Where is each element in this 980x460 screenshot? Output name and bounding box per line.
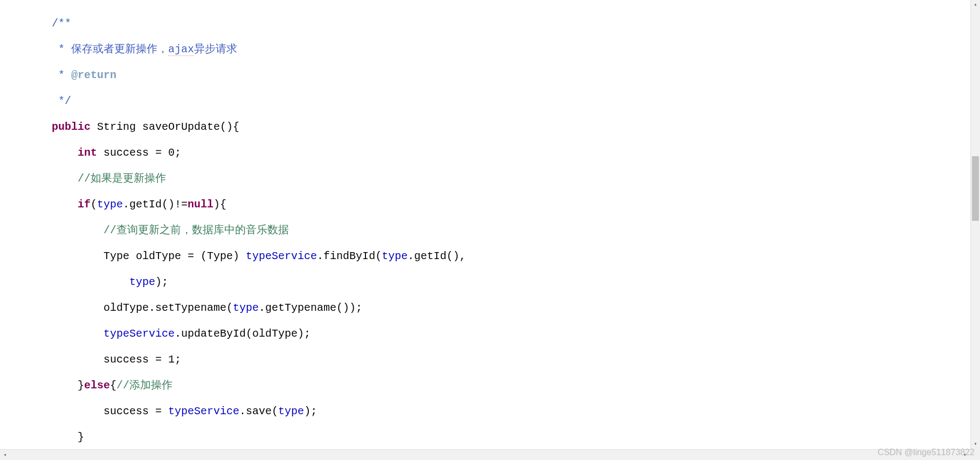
code-line: //如果是更新操作 xyxy=(26,172,970,185)
code-line: public String saveOrUpdate(){ xyxy=(26,121,970,134)
code-line: oldType.setTypename(type.getTypename()); xyxy=(26,302,970,315)
code-line: success = 1; xyxy=(26,353,970,366)
code-line: if(type.getId()!=null){ xyxy=(26,198,970,211)
scrollbar-corner xyxy=(970,449,980,460)
code-line: /** xyxy=(26,17,970,30)
scroll-left-icon[interactable]: ◂ xyxy=(0,450,10,460)
code-line: //查询更新之前，数据库中的音乐数据 xyxy=(26,224,970,237)
code-editor[interactable]: /** * 保存或者更新操作，ajax异步请求 * @return */ pub… xyxy=(0,0,980,460)
code-line: */ xyxy=(26,95,970,108)
code-line: } xyxy=(26,431,970,444)
code-line: typeService.updateById(oldType); xyxy=(26,327,970,340)
scroll-down-icon[interactable]: ▾ xyxy=(971,440,980,449)
code-line: type); xyxy=(26,276,970,289)
code-area[interactable]: /** * 保存或者更新操作，ajax异步请求 * @return */ pub… xyxy=(0,0,970,449)
code-line: }else{//添加操作 xyxy=(26,379,970,392)
code-line: int success = 0; xyxy=(26,147,970,159)
code-line: success = typeService.save(type); xyxy=(26,405,970,418)
code-line: * @return xyxy=(26,69,970,82)
horizontal-scrollbar[interactable]: ◂ ▸ xyxy=(0,449,970,460)
scroll-up-icon[interactable]: ▴ xyxy=(971,0,980,10)
scroll-right-icon[interactable]: ▸ xyxy=(961,450,970,460)
vertical-scrollbar[interactable]: ▴ ▾ xyxy=(970,0,980,449)
code-line: * 保存或者更新操作，ajax异步请求 xyxy=(26,43,970,56)
scroll-thumb[interactable] xyxy=(972,156,979,221)
code-line: Type oldType = (Type) typeService.findBy… xyxy=(26,250,970,263)
